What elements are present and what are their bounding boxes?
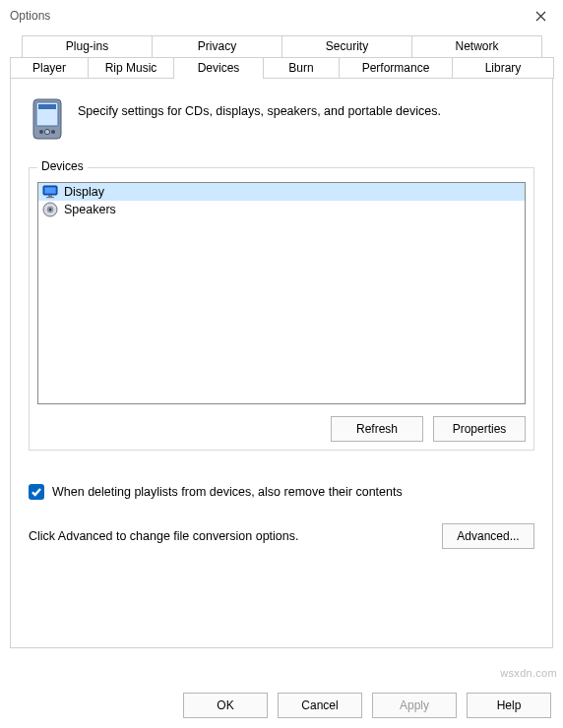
close-icon (535, 11, 546, 22)
close-button[interactable] (526, 5, 555, 27)
svg-rect-8 (48, 195, 52, 197)
tab-security[interactable]: Security (282, 35, 412, 57)
checkbox-icon (29, 484, 44, 500)
speaker-icon (42, 202, 58, 217)
tab-panel-devices: Specify settings for CDs, displays, spea… (10, 78, 553, 648)
tab-burn[interactable]: Burn (263, 57, 340, 79)
device-label: Display (64, 185, 104, 199)
svg-point-12 (49, 209, 51, 211)
svg-rect-2 (38, 104, 56, 109)
device-item-display[interactable]: Display (38, 183, 525, 201)
apply-button[interactable]: Apply (372, 693, 457, 718)
monitor-icon (42, 184, 58, 200)
svg-point-5 (51, 130, 55, 134)
tab-player[interactable]: Player (10, 57, 89, 79)
window-title: Options (10, 9, 50, 23)
device-item-speakers[interactable]: Speakers (38, 201, 525, 218)
ok-button[interactable]: OK (183, 693, 268, 718)
svg-rect-9 (46, 197, 54, 198)
dialog-button-row: OK Cancel Apply Help (183, 693, 551, 718)
tab-privacy[interactable]: Privacy (152, 35, 282, 57)
intro-row: Specify settings for CDs, displays, spea… (31, 98, 534, 144)
checkbox-label: When deleting playlists from devices, al… (52, 485, 403, 499)
device-list[interactable]: Display Speakers (37, 182, 526, 404)
svg-point-4 (44, 129, 49, 134)
tab-container: Plug-ins Privacy Security Network Player… (10, 35, 553, 648)
device-label: Speakers (64, 203, 116, 216)
tab-ripmusic[interactable]: Rip Music (88, 57, 174, 79)
intro-text: Specify settings for CDs, displays, spea… (78, 98, 441, 118)
tab-devices[interactable]: Devices (173, 57, 264, 79)
advanced-text: Click Advanced to change file conversion… (29, 529, 298, 543)
refresh-button[interactable]: Refresh (331, 416, 423, 442)
title-bar: Options (0, 0, 563, 31)
svg-rect-7 (45, 188, 56, 194)
advanced-button[interactable]: Advanced... (442, 523, 534, 549)
devices-group-label: Devices (37, 159, 88, 173)
tab-plugins[interactable]: Plug-ins (22, 35, 153, 57)
tab-performance[interactable]: Performance (339, 57, 453, 79)
help-button[interactable]: Help (467, 693, 551, 718)
properties-button[interactable]: Properties (433, 416, 526, 442)
dialog-content: Plug-ins Privacy Security Network Player… (0, 31, 563, 648)
tab-network[interactable]: Network (411, 35, 542, 57)
cancel-button[interactable]: Cancel (278, 693, 362, 718)
svg-point-3 (39, 130, 43, 134)
watermark: wsxdn.com (500, 667, 557, 679)
tab-library[interactable]: Library (452, 57, 554, 79)
devices-group: Devices Display Speakers Refresh Propert… (29, 167, 534, 451)
pda-icon (31, 98, 64, 144)
delete-playlists-checkbox-row[interactable]: When deleting playlists from devices, al… (29, 484, 534, 500)
